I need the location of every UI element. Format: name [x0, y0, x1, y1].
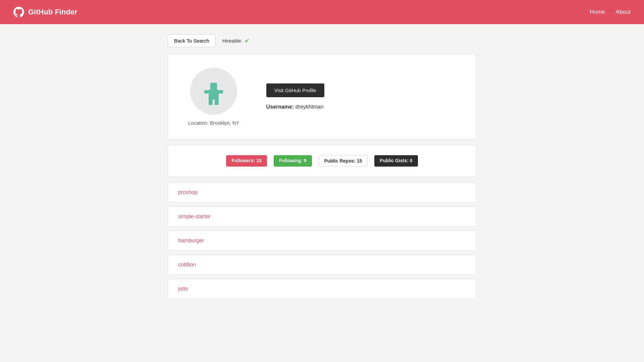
- repo-link-1[interactable]: simple-starter: [178, 214, 211, 219]
- svg-rect-1: [210, 83, 217, 89]
- avatar: [190, 68, 237, 115]
- username-display: Username: dreykhtman: [266, 104, 325, 110]
- svg-rect-5: [219, 90, 223, 94]
- about-link[interactable]: About: [616, 9, 631, 15]
- repo-card-4[interactable]: jotto: [168, 279, 476, 299]
- repo-link-4[interactable]: jotto: [178, 286, 188, 292]
- repo-link-2[interactable]: hamburger: [178, 238, 204, 243]
- svg-rect-2: [209, 99, 213, 105]
- hireable-text: Hireable:: [222, 38, 243, 44]
- svg-rect-3: [215, 99, 219, 105]
- svg-rect-0: [209, 89, 219, 100]
- stats-card: Followers: 10 Following: 9 Public Repos:…: [168, 145, 476, 177]
- profile-info: Visit GitHub Profile Username: dreykhtma…: [266, 83, 325, 110]
- followers-badge: Followers: 10: [226, 155, 267, 167]
- navbar-links: Home About: [590, 9, 631, 15]
- main-content: Back To Search Hireable: ✔: [161, 24, 483, 313]
- repo-link-3[interactable]: cotillion: [178, 262, 196, 267]
- repo-card-0[interactable]: proshop: [168, 182, 476, 202]
- home-link[interactable]: Home: [590, 9, 605, 15]
- repo-card-3[interactable]: cotillion: [168, 255, 476, 275]
- repo-link-0[interactable]: proshop: [178, 189, 198, 195]
- hireable-check-icon: ✔: [245, 37, 250, 45]
- top-bar: Back To Search Hireable: ✔: [168, 34, 476, 47]
- visit-github-profile-button[interactable]: Visit GitHub Profile: [266, 83, 325, 97]
- brand: GitHub Finder: [13, 7, 77, 17]
- avatar-image: [197, 74, 230, 108]
- navbar: GitHub Finder Home About: [0, 0, 644, 24]
- repo-card-1[interactable]: simple-starter: [168, 206, 476, 227]
- svg-rect-4: [204, 90, 209, 94]
- username-value: dreykhtman: [296, 104, 324, 110]
- avatar-section: Location: Brooklyn, NY: [188, 68, 239, 126]
- public-repos-badge: Public Repos: 15: [319, 155, 368, 167]
- back-to-search-button[interactable]: Back To Search: [168, 34, 216, 47]
- hireable-label: Hireable: ✔: [222, 37, 250, 45]
- public-gists-badge: Public Gists: 0: [374, 155, 418, 167]
- username-label: Username:: [266, 104, 294, 110]
- github-icon: [13, 7, 24, 17]
- repo-card-2[interactable]: hamburger: [168, 231, 476, 251]
- following-badge: Following: 9: [274, 155, 312, 167]
- profile-card: Location: Brooklyn, NY Visit GitHub Prof…: [168, 54, 476, 139]
- brand-label: GitHub Finder: [28, 8, 77, 16]
- location-text: Location: Brooklyn, NY: [188, 120, 239, 126]
